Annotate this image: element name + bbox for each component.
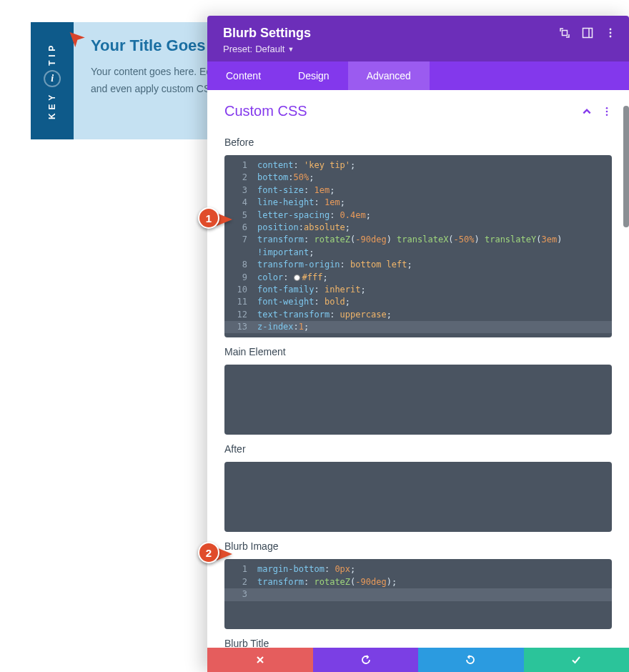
svg-point-7 (606, 110, 608, 112)
blurb-side-text-left: KEY (47, 92, 57, 119)
redo-button[interactable] (418, 648, 524, 672)
more-icon[interactable] (605, 27, 616, 39)
blurb-side-text-right: TIP (47, 42, 57, 66)
layout-icon[interactable] (582, 27, 593, 39)
preset-prefix: Preset: (223, 44, 252, 54)
fields-area: Before 1content: 'key tip';2bottom:50%;3… (207, 128, 629, 672)
svg-point-8 (606, 114, 608, 116)
svg-point-5 (610, 36, 612, 38)
tab-advanced[interactable]: Advanced (348, 61, 430, 90)
label-blurb-image: Blurb Image (224, 540, 612, 552)
label-main-element: Main Element (224, 346, 612, 357)
panel-header: Blurb Settings Preset: Default ▼ (207, 16, 629, 61)
cancel-button[interactable] (207, 648, 313, 672)
svg-rect-0 (563, 31, 568, 36)
section-more-icon[interactable] (602, 107, 612, 117)
tabs-bar: Content Design Advanced (207, 61, 629, 90)
collapse-icon[interactable] (582, 107, 592, 117)
svg-point-3 (610, 29, 612, 31)
save-button[interactable] (524, 648, 630, 672)
section-title: Custom CSS (224, 103, 307, 119)
expand-icon[interactable] (559, 27, 570, 39)
code-editor-after[interactable] (224, 462, 612, 532)
svg-point-6 (606, 107, 608, 109)
preset-value: Default (255, 44, 284, 54)
label-after: After (224, 443, 612, 455)
settings-panel: Blurb Settings Preset: Default ▼ Content… (207, 16, 629, 672)
svg-point-4 (610, 32, 612, 34)
action-bar (207, 648, 629, 672)
info-icon: i (44, 70, 61, 87)
svg-rect-1 (583, 29, 593, 38)
scrollbar[interactable] (623, 106, 629, 227)
tab-content[interactable]: Content (207, 61, 279, 90)
tab-design[interactable]: Design (279, 61, 348, 90)
chevron-down-icon: ▼ (287, 46, 294, 53)
section-header: Custom CSS (207, 90, 629, 128)
preset-dropdown[interactable]: Preset: Default ▼ (223, 44, 311, 54)
panel-title: Blurb Settings (223, 26, 311, 41)
undo-button[interactable] (313, 648, 419, 672)
code-editor-main-element[interactable] (224, 365, 612, 435)
code-editor-blurb-image[interactable]: 1margin-bottom: 0px;2transform: rotateZ(… (224, 559, 612, 629)
label-before: Before (224, 137, 612, 148)
code-editor-before[interactable]: 1content: 'key tip';2bottom:50%;3font-si… (224, 155, 612, 337)
blurb-side-label: KEY i TIP (31, 22, 74, 139)
